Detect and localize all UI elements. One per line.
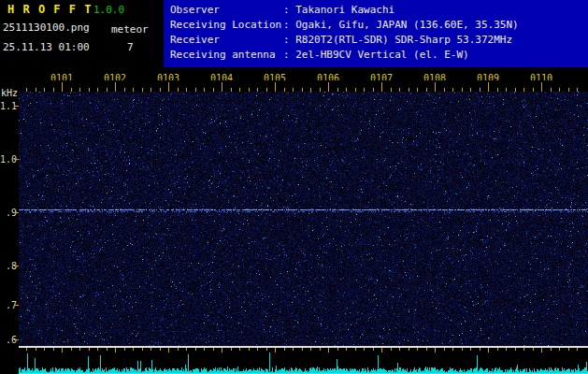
time-axis: 0101010201030104010501060107010801090110	[0, 67, 588, 80]
info-value: R820T2(RTL-SDR) SDR-Sharp 53.372MHz	[295, 34, 512, 46]
signal-level-canvas	[19, 348, 588, 374]
spectrogram-canvas	[19, 80, 588, 346]
info-value: Takanori Kawachi	[295, 4, 394, 16]
info-label: Receiving Location	[170, 18, 283, 33]
observation-datetime: 25.11.13 01:00	[3, 41, 90, 53]
info-separator: :	[283, 48, 295, 63]
info-row: Receiving antenna: 2el-HB9CV Vertical (e…	[170, 48, 588, 63]
info-row: Receiver: R820T2(RTL-SDR) SDR-Sharp 53.3…	[170, 33, 588, 48]
spectrogram-area: 0101010201030104010501060107010801090110…	[0, 67, 588, 374]
info-separator: :	[283, 3, 295, 18]
app-version: 1.0.0	[93, 4, 124, 16]
mode-label: meteor	[111, 23, 149, 36]
frequency-axis: kHz 1.11.0.9.8.7.6	[0, 67, 19, 374]
hrofft-window: H R O F F T 1.0.0 2511130100.png meteor …	[0, 0, 588, 374]
info-value: Ogaki, Gifu, JAPAN (136.60E, 35.35N)	[295, 19, 518, 31]
info-separator: :	[283, 33, 295, 48]
freq-unit-label: kHz	[1, 88, 18, 98]
app-header-left: H R O F F T 1.0.0 2511130100.png meteor …	[0, 0, 164, 67]
app-title: H R O F F T	[7, 3, 92, 16]
output-filename: 2511130100.png	[3, 22, 90, 34]
info-value: 2el-HB9CV Vertical (el. E-W)	[295, 49, 468, 61]
info-label: Receiving antenna	[170, 48, 283, 63]
info-label: Observer	[170, 3, 283, 18]
info-separator: :	[283, 18, 295, 33]
info-row: Receiving Location: Ogaki, Gifu, JAPAN (…	[170, 18, 588, 33]
receiver-info: Observer: Takanori KawachiReceiving Loca…	[164, 0, 588, 67]
info-row: Observer: Takanori Kawachi	[170, 3, 588, 18]
echo-count: 7	[127, 41, 134, 53]
info-label: Receiver	[170, 33, 283, 48]
